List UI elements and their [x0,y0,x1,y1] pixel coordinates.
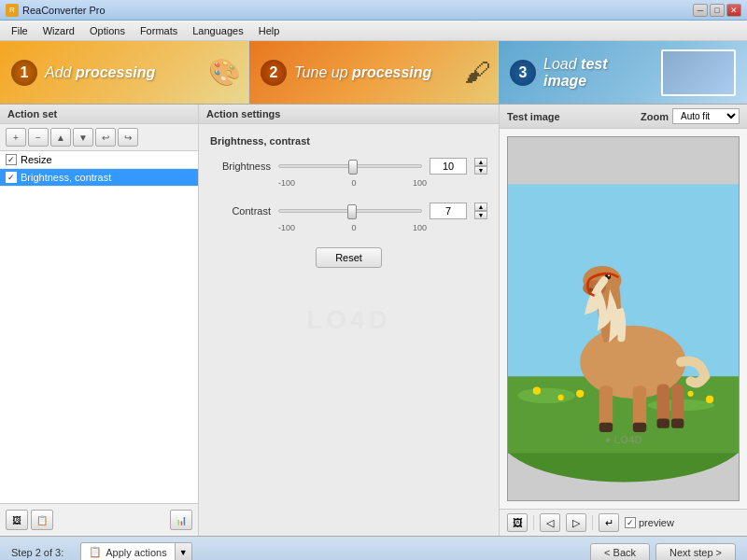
brightness-checkbox[interactable]: ✓ [6,172,17,183]
action-panel-header: Action set [0,105,198,124]
contrast-max: 100 [413,223,427,232]
step2-text-normal: Tune up [294,64,352,80]
redo-button[interactable]: ↪ [118,128,138,147]
remove-action-button[interactable]: − [28,128,49,147]
brightness-thumb[interactable] [348,160,358,175]
minimize-button[interactable]: ─ [693,4,708,17]
menu-file[interactable]: File [4,23,35,38]
main-content: Action set + − ▲ ▼ ↩ ↪ ✓ Resize ✓ Bright… [0,105,747,536]
action-item-brightness[interactable]: ✓ Brightness, contrast [0,169,198,187]
titlebar-left: R ReaConverter Pro [6,4,106,17]
contrast-up[interactable]: ▲ [474,203,487,211]
step2-number: 2 [261,60,287,86]
action-bottom-btn2[interactable]: 📋 [31,510,53,530]
brightness-up[interactable]: ▲ [474,158,487,166]
svg-point-5 [580,326,685,399]
brightness-ticks: -100 0 100 [210,178,487,188]
image-display: ● LO4D [507,136,740,501]
svg-rect-17 [657,419,669,428]
image-toolbar-btn1[interactable]: 🖼 [507,513,528,532]
image-bottom-toolbar: 🖼 ◁ ▷ ↵ ✓ preview [500,509,747,536]
maximize-button[interactable]: □ [710,4,725,17]
svg-rect-15 [599,423,613,432]
svg-point-20 [558,395,564,400]
add-action-button[interactable]: + [6,128,26,147]
action-label-brightness: Brightness, contrast [21,172,111,183]
brightness-min: -100 [278,178,295,188]
preview-label: preview [639,517,674,528]
preview-check[interactable]: ✓ preview [625,517,674,528]
test-image-thumbnail [661,49,736,96]
menu-options[interactable]: Options [82,23,133,38]
settings-panel-header: Action settings [199,105,499,124]
contrast-track[interactable] [278,209,422,213]
watermark: LO4D [210,305,487,335]
nav-buttons: < Back Next step > [590,543,736,561]
app-icon: R [6,4,19,17]
svg-point-19 [533,387,541,395]
menu-formats[interactable]: Formats [133,23,185,38]
step2-text-bold: processing [352,64,431,80]
action-item-resize[interactable]: ✓ Resize [0,151,198,169]
next-button[interactable]: Next step > [655,543,736,561]
contrast-label: Contrast [210,205,271,217]
contrast-down[interactable]: ▼ [474,211,487,219]
brightness-track[interactable] [278,164,422,168]
brightness-down[interactable]: ▼ [474,166,487,175]
banner-step1[interactable]: 1 Add processing 🎨 [0,41,249,104]
move-up-button[interactable]: ▲ [50,128,71,147]
svg-point-21 [576,390,584,398]
preview-checkbox[interactable]: ✓ [625,517,636,528]
banner-step3[interactable]: 3 Load test image [499,41,747,104]
brightness-label: Brightness [210,161,271,172]
banner-step2[interactable]: 2 Tune up processing 🖌 [249,41,499,104]
contrast-ticks: -100 0 100 [210,223,487,232]
apply-actions-icon: 📋 [89,546,102,558]
image-toolbar-divider2 [592,515,593,530]
undo-button[interactable]: ↩ [95,128,116,147]
svg-rect-16 [633,423,646,432]
brightness-spinner: ▲ ▼ [474,158,487,175]
image-forward-button[interactable]: ▷ [566,513,586,532]
menu-help[interactable]: Help [251,23,288,38]
svg-text:● LO4D: ● LO4D [604,434,641,445]
step1-number: 1 [11,60,37,86]
back-button[interactable]: < Back [590,543,650,561]
reset-button[interactable]: Reset [316,247,382,268]
step2-text: Tune up processing [294,64,431,81]
apply-actions-label: Apply actions [106,547,166,558]
brightness-max: 100 [413,178,427,188]
zoom-select[interactable]: Auto fit 25%50%75% 100%150%200% [672,108,740,124]
contrast-value[interactable]: 7 [430,203,467,219]
apply-actions-dropdown-arrow[interactable]: ▼ [175,543,191,561]
resize-checkbox[interactable]: ✓ [6,154,17,165]
apply-actions-button[interactable]: 📋 Apply actions [81,544,174,560]
brightness-value[interactable]: 10 [430,158,467,175]
zoom-label: Zoom [641,111,669,122]
contrast-thumb[interactable] [347,204,357,219]
menu-languages[interactable]: Languages [185,23,250,38]
menu-wizard[interactable]: Wizard [35,23,82,38]
close-button[interactable]: ✕ [726,4,741,17]
menubar: File Wizard Options Formats Languages He… [0,21,747,41]
svg-rect-18 [671,419,684,428]
image-back-button[interactable]: ◁ [540,513,560,532]
step3-number: 3 [510,60,536,86]
action-bottom-btn3[interactable]: 📊 [170,510,192,530]
apply-actions-dropdown[interactable]: 📋 Apply actions ▼ [80,542,191,561]
action-label-resize: Resize [21,154,52,165]
horse-image: ● LO4D [508,137,739,500]
action-toolbar: + − ▲ ▼ ↩ ↪ [0,124,198,151]
image-panel-title: Test image [507,111,560,122]
svg-point-3 [517,388,575,403]
image-refresh-button[interactable]: ↵ [599,513,619,532]
banner: 1 Add processing 🎨 2 Tune up processing … [0,41,747,105]
step3-text: Load test image [543,56,654,90]
action-bottom-btn1[interactable]: 🖼 [6,510,28,530]
step3-text-normal: Load [543,56,581,72]
step1-text-bold: processing [76,64,155,80]
move-down-button[interactable]: ▼ [73,128,93,147]
app-title: ReaConverter Pro [22,5,106,16]
svg-point-22 [687,391,693,397]
brightness-row: Brightness 10 ▲ ▼ [210,158,487,175]
